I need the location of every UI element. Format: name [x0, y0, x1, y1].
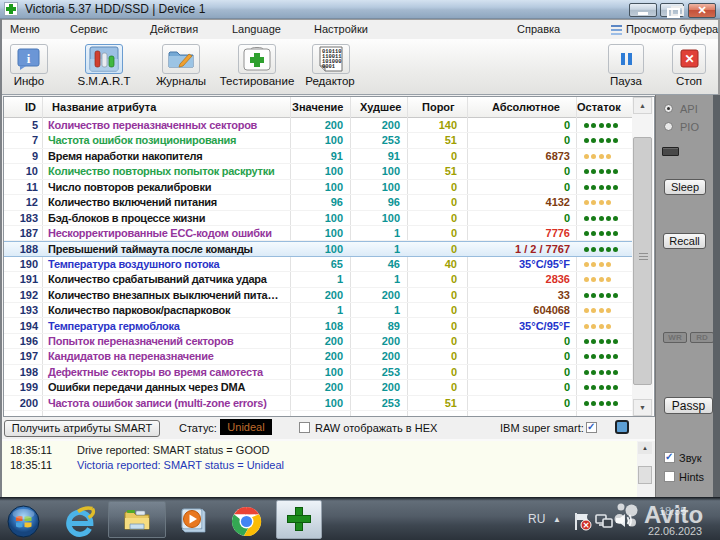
svg-text:22.06.2023: 22.06.2023	[648, 525, 702, 537]
svg-text:0001: 0001	[322, 64, 335, 70]
svg-text:i: i	[27, 51, 31, 66]
svg-text:✕: ✕	[583, 521, 590, 530]
svg-text:✕: ✕	[684, 52, 694, 66]
